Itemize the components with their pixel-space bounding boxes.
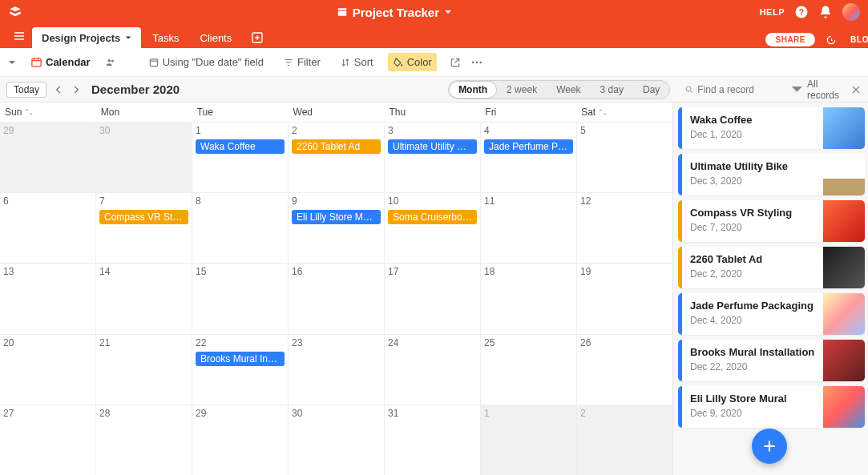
collapse-weekend-icon[interactable]	[25, 108, 33, 116]
prev-month-icon[interactable]	[53, 84, 64, 95]
notifications-icon[interactable]	[818, 5, 833, 19]
svg-point-12	[472, 61, 474, 63]
today-button[interactable]: Today	[6, 82, 46, 98]
svg-point-9	[111, 59, 114, 62]
day-cell[interactable]: 9Eli Lilly Store Mural	[289, 193, 385, 263]
hamburger-menu-icon[interactable]	[13, 30, 26, 42]
add-table-icon[interactable]	[251, 31, 264, 44]
range-option-month[interactable]: Month	[449, 81, 497, 99]
day-cell[interactable]: 10Soma Cruiserboard	[385, 193, 481, 263]
all-records-dropdown[interactable]: All records	[790, 78, 839, 101]
day-cell[interactable]: 15	[192, 264, 289, 333]
record-card[interactable]: 2260 Tablet AdDec 2, 2020	[678, 247, 865, 288]
calendar-event[interactable]: Brooks Mural Inst…	[196, 352, 285, 366]
day-cell[interactable]: 18	[481, 264, 577, 333]
day-cell[interactable]: 16	[289, 264, 385, 333]
record-card[interactable]: Brooks Mural InstallationDec 22, 2020	[678, 340, 865, 381]
share-button[interactable]: SHARE	[765, 33, 815, 46]
calendar-event[interactable]: Eli Lilly Store Mural	[292, 210, 381, 224]
range-option-week[interactable]: Week	[547, 81, 590, 99]
record-card[interactable]: Jade Perfume PackagingDec 4, 2020	[678, 293, 865, 335]
using-field-button[interactable]: Using "Due date" field	[143, 53, 268, 71]
collapse-weekend-icon[interactable]	[599, 108, 607, 116]
calendar-event[interactable]: Ultimate Utility Bike	[388, 139, 477, 154]
close-panel-icon[interactable]	[850, 84, 862, 95]
help-icon[interactable]: ?	[794, 5, 809, 19]
day-cell[interactable]: 7Compass VR Styli…	[96, 193, 192, 263]
day-number: 13	[3, 266, 92, 277]
day-cell[interactable]: 27	[0, 405, 96, 475]
more-options-icon[interactable]	[470, 56, 483, 69]
base-title-button[interactable]: Project Tracker	[337, 6, 452, 19]
record-date: Dec 4, 2020	[690, 315, 815, 326]
app-header: Project Tracker HELP ?	[0, 0, 868, 24]
record-thumbnail	[823, 386, 865, 428]
day-number: 29	[196, 408, 285, 419]
day-cell[interactable]: 14	[96, 264, 192, 333]
day-cell[interactable]: 25	[481, 335, 577, 405]
day-cell[interactable]: 26	[577, 335, 672, 405]
day-cell[interactable]: 29	[192, 405, 289, 475]
day-cell[interactable]: 21	[96, 335, 192, 405]
collaborators-icon[interactable]	[105, 57, 116, 68]
day-cell[interactable]: 8	[192, 193, 289, 263]
day-cell[interactable]: 4Jade Perfume Pac…	[481, 123, 577, 192]
tab-clients[interactable]: Clients	[191, 27, 242, 48]
calendar-event[interactable]: Waka Coffee	[196, 139, 285, 154]
dow-header: Thu	[384, 103, 480, 122]
add-record-fab[interactable]	[752, 429, 787, 464]
day-cell[interactable]: 23	[289, 335, 385, 405]
day-cell[interactable]: 13	[0, 264, 96, 333]
day-number: 30	[292, 408, 381, 419]
day-cell[interactable]: 17	[385, 264, 481, 333]
find-record-input[interactable]	[697, 84, 777, 95]
day-cell[interactable]: 30	[289, 405, 385, 475]
day-cell[interactable]: 11	[481, 193, 577, 263]
history-icon[interactable]	[825, 34, 838, 46]
record-date: Dec 2, 2020	[690, 268, 815, 280]
day-of-week-header: SunMonTueWedThuFriSat	[0, 103, 672, 122]
view-switcher-button[interactable]: Calendar	[26, 53, 95, 71]
share-view-icon[interactable]	[450, 57, 461, 68]
color-button[interactable]: Color	[388, 53, 437, 71]
help-link[interactable]: HELP	[760, 7, 785, 17]
calendar-event[interactable]: Soma Cruiserboard	[388, 210, 477, 224]
views-sidebar-toggle-icon[interactable]	[8, 58, 16, 66]
calendar-event[interactable]: 2260 Tablet Ad	[292, 139, 381, 154]
record-card[interactable]: Ultimate Utility BikeDec 3, 2020	[678, 154, 865, 195]
day-cell[interactable]: 5	[577, 123, 672, 192]
next-month-icon[interactable]	[71, 84, 82, 95]
day-cell[interactable]: 22260 Tablet Ad	[289, 123, 385, 192]
day-cell[interactable]: 3Ultimate Utility Bike	[385, 123, 481, 192]
calendar-event[interactable]: Jade Perfume Pac…	[484, 139, 573, 154]
record-card[interactable]: Eli Lilly Store MuralDec 9, 2020	[678, 386, 865, 428]
day-cell[interactable]: 24	[385, 335, 481, 405]
day-cell[interactable]: 1	[481, 405, 577, 475]
day-cell[interactable]: 22Brooks Mural Inst…	[192, 335, 289, 405]
tab-design-projects[interactable]: Design Projects	[32, 27, 141, 48]
day-cell[interactable]: 29	[0, 123, 96, 192]
using-field-label: Using "Due date" field	[163, 56, 264, 68]
svg-point-8	[107, 58, 111, 62]
day-cell[interactable]: 12	[577, 193, 672, 263]
record-title: Brooks Mural Installation	[690, 346, 815, 358]
day-cell[interactable]: 20	[0, 335, 96, 405]
range-option-day[interactable]: Day	[633, 81, 669, 99]
filter-button[interactable]: Filter	[278, 53, 325, 71]
user-avatar[interactable]	[842, 3, 860, 21]
day-cell[interactable]: 28	[96, 405, 192, 475]
record-card[interactable]: Compass VR StylingDec 7, 2020	[678, 200, 865, 242]
range-option-3-day[interactable]: 3 day	[591, 81, 633, 99]
day-cell[interactable]: 31	[385, 405, 481, 475]
day-cell[interactable]: 19	[577, 264, 672, 333]
day-cell[interactable]: 2	[577, 405, 672, 475]
sort-button[interactable]: Sort	[335, 53, 378, 71]
tab-tasks[interactable]: Tasks	[143, 27, 188, 48]
day-cell[interactable]: 6	[0, 193, 96, 263]
range-option-2-week[interactable]: 2 week	[497, 81, 547, 99]
day-cell[interactable]: 1Waka Coffee	[192, 123, 289, 192]
blocks-button[interactable]: BLOCKS	[847, 34, 860, 46]
day-cell[interactable]: 30	[96, 123, 192, 192]
calendar-event[interactable]: Compass VR Styli…	[99, 210, 188, 224]
record-card[interactable]: Waka CoffeeDec 1, 2020	[678, 107, 865, 149]
